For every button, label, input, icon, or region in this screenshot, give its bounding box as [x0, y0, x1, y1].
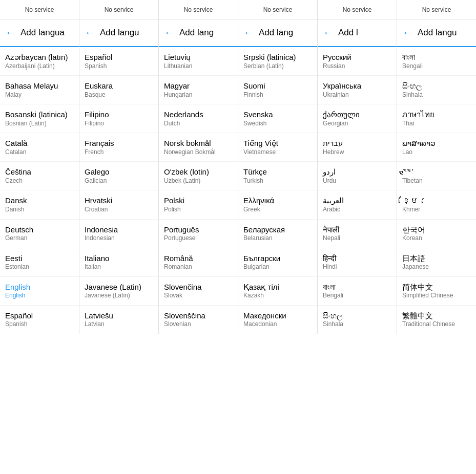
lang-english-name: Hungarian — [164, 91, 233, 99]
lang-english-name: Portuguese — [164, 234, 233, 243]
lang-english-name: Simplified Chinese — [402, 292, 471, 300]
list-item[interactable]: Bahasa MelayuMalay — [0, 76, 79, 104]
list-item[interactable]: IndonesiaIndonesian — [79, 220, 158, 248]
lang-english-name: Bengali — [323, 292, 391, 300]
lang-english-name: Georgian — [323, 120, 391, 128]
lang-native-name: 繁體中文 — [402, 311, 471, 321]
list-item[interactable]: DeutschGerman — [0, 220, 79, 248]
list-item[interactable]: 繁體中文Traditional Chinese — [397, 306, 476, 334]
panel-header-4: ←Add l — [318, 19, 397, 47]
back-arrow-0[interactable]: ← — [5, 26, 16, 39]
list-item[interactable]: Қазақ тіліKazakh — [238, 277, 317, 306]
list-item[interactable]: ខ្មែរKhmer — [397, 190, 476, 219]
panel-header-1: ←Add langu — [79, 19, 158, 47]
list-item[interactable]: EestiEstonian — [0, 248, 79, 277]
list-item[interactable]: SlovenčinaSlovak — [159, 277, 238, 306]
list-item[interactable]: 日本語Japanese — [397, 248, 476, 277]
lang-english-name: Tibetan — [402, 177, 471, 185]
list-item[interactable]: ΕλληνικάGreek — [238, 190, 317, 219]
list-item[interactable]: ქართულიGeorgian — [318, 104, 397, 133]
list-item[interactable]: SlovenščinaSlovenian — [159, 306, 238, 334]
list-item[interactable]: Tiếng ViệtVietnamese — [238, 133, 317, 162]
lang-native-name: Eesti — [5, 253, 74, 264]
list-item[interactable]: اردوUrdu — [318, 162, 397, 190]
list-item[interactable]: УкраїнськаUkrainian — [318, 76, 397, 104]
lang-native-name: Lietuvių — [164, 52, 233, 62]
lang-english-name: Thai — [402, 120, 471, 128]
list-item[interactable]: العربيةArabic — [318, 190, 397, 219]
list-item[interactable]: SuomiFinnish — [238, 76, 317, 104]
lang-english-name: Estonian — [5, 263, 74, 271]
list-item[interactable]: 한국어Korean — [397, 220, 476, 248]
back-arrow-2[interactable]: ← — [164, 26, 175, 39]
list-item[interactable]: ภาษาไทยThai — [397, 104, 476, 133]
list-item[interactable]: Javanese (Latin)Javanese (Latin) — [79, 277, 158, 306]
list-item[interactable]: EspañolSpanish — [0, 306, 79, 334]
list-item[interactable]: ČeštinaCzech — [0, 162, 79, 190]
list-item[interactable]: বাংলাBengali — [397, 47, 476, 76]
list-item[interactable]: Azərbaycan (latın)Azerbaijani (Latin) — [0, 47, 79, 76]
lang-native-name: 日本語 — [402, 253, 471, 264]
list-item[interactable]: हिन्दीHindi — [318, 248, 397, 277]
list-item[interactable]: සිංහලSinhala — [397, 76, 476, 104]
lang-english-name: Basque — [85, 91, 153, 99]
back-arrow-3[interactable]: ← — [243, 26, 255, 39]
lang-native-name: Bahasa Melayu — [5, 81, 74, 91]
lang-english-name: Swedish — [243, 120, 312, 128]
list-item[interactable]: МакедонскиMacedonian — [238, 306, 317, 334]
list-item[interactable]: РусскийRussian — [318, 47, 397, 76]
status-segment-4: No service — [318, 0, 397, 19]
list-item[interactable]: FrançaisFrench — [79, 133, 158, 162]
list-item[interactable]: CatalàCatalan — [0, 133, 79, 162]
lang-english-name: Sinhala — [323, 320, 391, 329]
lang-native-name: Беларуская — [243, 225, 312, 235]
list-item[interactable]: EspañolSpanish — [79, 47, 158, 76]
list-item[interactable]: SvenskaSwedish — [238, 104, 317, 133]
back-arrow-5[interactable]: ← — [402, 26, 413, 39]
lang-english-name: Ukrainian — [323, 91, 391, 99]
list-item[interactable]: ItalianoItalian — [79, 248, 158, 277]
lang-list-0: Azərbaycan (latın)Azerbaijani (Latin)Bah… — [0, 47, 79, 334]
lang-english-name: Lao — [402, 148, 471, 157]
lang-english-name: Urdu — [323, 177, 391, 185]
panel-title-0: Add langua — [20, 28, 65, 38]
list-item[interactable]: O'zbek (lotin)Uzbek (Latin) — [159, 162, 238, 190]
lang-native-name: Македонски — [243, 311, 312, 321]
list-item[interactable]: БеларускаяBelarusian — [238, 220, 317, 248]
list-item[interactable]: LatviešuLatvian — [79, 306, 158, 334]
list-item[interactable]: БългарскиBulgarian — [238, 248, 317, 277]
list-item[interactable]: DanskDanish — [0, 190, 79, 219]
status-segment-5: No service — [397, 0, 476, 19]
panel-title-3: Add lang — [259, 28, 293, 38]
list-item[interactable]: 简体中文Simplified Chinese — [397, 277, 476, 306]
list-item[interactable]: LietuviųLithuanian — [159, 47, 238, 76]
lang-english-name: Spanish — [85, 62, 153, 71]
list-item[interactable]: বাংলাBengali — [318, 277, 397, 306]
list-item[interactable]: HrvatskiCroatian — [79, 190, 158, 219]
list-item[interactable]: FilipinoFilipino — [79, 104, 158, 133]
list-item[interactable]: EnglishEnglish — [0, 277, 79, 306]
list-item[interactable]: Norsk bokmålNorwegian Bokmål — [159, 133, 238, 162]
panel-title-1: Add langu — [100, 28, 139, 38]
list-item[interactable]: PolskiPolish — [159, 190, 238, 219]
list-item[interactable]: རྒྱལ་Tibetan — [397, 162, 476, 190]
lang-native-name: Français — [85, 138, 153, 148]
back-arrow-4[interactable]: ← — [323, 26, 334, 39]
list-item[interactable]: සිංහලSinhala — [318, 306, 397, 334]
list-item[interactable]: नेपालीNepali — [318, 220, 397, 248]
list-item[interactable]: עבריתHebrew — [318, 133, 397, 162]
panel-header-3: ←Add lang — [238, 19, 317, 47]
list-item[interactable]: GalegoGalician — [79, 162, 158, 190]
list-item[interactable]: MagyarHungarian — [159, 76, 238, 104]
status-bar: No serviceNo serviceNo serviceNo service… — [0, 0, 476, 19]
list-item[interactable]: Srpski (latinica)Serbian (Latin) — [238, 47, 317, 76]
list-item[interactable]: PortuguêsPortuguese — [159, 220, 238, 248]
lang-native-name: ภาษาไทย — [402, 110, 471, 120]
list-item[interactable]: EuskaraBasque — [79, 76, 158, 104]
list-item[interactable]: Bosanski (latinica)Bosnian (Latin) — [0, 104, 79, 133]
list-item[interactable]: NederlandsDutch — [159, 104, 238, 133]
list-item[interactable]: ພາສາລາວLao — [397, 133, 476, 162]
back-arrow-1[interactable]: ← — [85, 26, 96, 39]
list-item[interactable]: TürkçeTurkish — [238, 162, 317, 190]
list-item[interactable]: RomânăRomanian — [159, 248, 238, 277]
